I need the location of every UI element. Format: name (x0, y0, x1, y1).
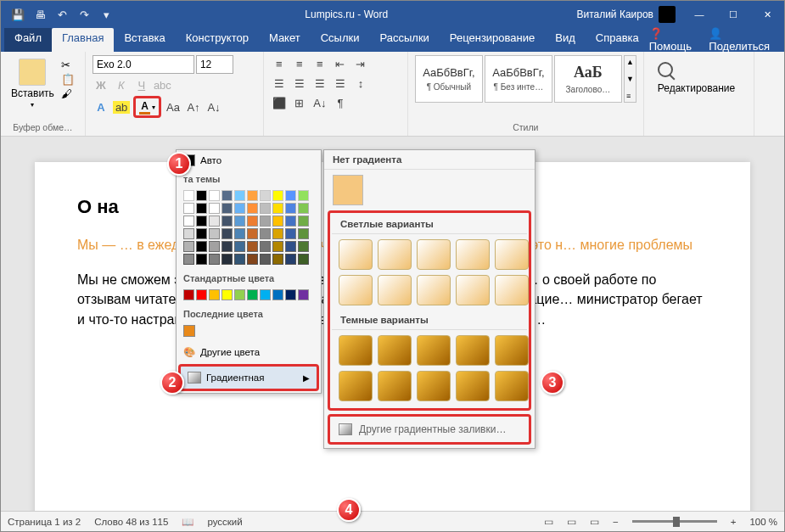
gradient-tile[interactable] (378, 275, 412, 305)
tab-references[interactable]: Ссылки (311, 28, 370, 52)
theme-color-swatch[interactable] (221, 228, 233, 239)
close-icon[interactable]: ✕ (750, 1, 784, 28)
font-color-button[interactable]: A ▾ (133, 96, 161, 118)
theme-color-swatch[interactable] (221, 203, 233, 214)
standard-color-swatch[interactable] (234, 289, 245, 300)
theme-color-swatch[interactable] (234, 228, 245, 239)
theme-color-swatch[interactable] (285, 254, 296, 265)
tab-mailings[interactable]: Рассылки (369, 28, 439, 52)
theme-color-swatch[interactable] (234, 216, 245, 227)
gradient-tile[interactable] (378, 239, 412, 270)
gradient-tile[interactable] (456, 371, 490, 401)
theme-color-swatch[interactable] (285, 203, 296, 214)
gradient-tile[interactable] (378, 371, 412, 401)
standard-color-swatch[interactable] (298, 289, 309, 300)
tab-design[interactable]: Конструктор (176, 28, 259, 52)
standard-color-swatch[interactable] (221, 289, 233, 300)
font-name-combo[interactable] (93, 55, 194, 74)
maximize-icon[interactable]: ☐ (716, 1, 750, 28)
standard-color-swatch[interactable] (247, 289, 258, 300)
sort-button[interactable]: A↓ (311, 94, 328, 111)
theme-color-swatch[interactable] (298, 254, 309, 265)
theme-color-swatch[interactable] (183, 254, 194, 265)
theme-color-swatch[interactable] (272, 241, 283, 252)
bullets-button[interactable]: ≡ (271, 55, 288, 72)
gradient-tile[interactable] (339, 371, 373, 401)
bold-button[interactable]: Ж (93, 76, 109, 93)
theme-color-swatch[interactable] (260, 228, 271, 239)
theme-color-swatch[interactable] (298, 216, 309, 227)
increase-indent-button[interactable]: ⇥ (352, 55, 369, 72)
highlight-button[interactable]: ab (113, 98, 130, 115)
theme-color-swatch[interactable] (298, 228, 309, 239)
style-normal[interactable]: АаБбВвГг, ¶ Обычный (415, 55, 483, 103)
theme-color-swatch[interactable] (183, 203, 194, 214)
standard-color-swatch[interactable] (260, 289, 271, 300)
theme-color-swatch[interactable] (260, 203, 271, 214)
zoom-in-button[interactable]: + (731, 517, 737, 527)
theme-color-swatch[interactable] (247, 254, 258, 265)
theme-color-swatch[interactable] (285, 216, 296, 227)
theme-color-swatch[interactable] (183, 190, 194, 201)
theme-color-swatch[interactable] (285, 241, 296, 252)
style-heading[interactable]: АаБ Заголово… (554, 55, 622, 103)
view-web-icon[interactable]: ▭ (590, 516, 599, 528)
theme-color-swatch[interactable] (272, 203, 283, 214)
help-button[interactable]: ❓ Помощь (649, 27, 699, 53)
gradient-tile[interactable] (495, 239, 529, 270)
gradient-tile[interactable] (456, 335, 490, 366)
redo-icon[interactable]: ↷ (74, 4, 94, 25)
theme-color-swatch[interactable] (272, 216, 283, 227)
align-center-button[interactable]: ☰ (291, 75, 308, 92)
copy-icon[interactable]: 📋 (61, 73, 75, 86)
view-readmode-icon[interactable]: ▭ (544, 516, 553, 528)
theme-color-swatch[interactable] (272, 228, 283, 239)
language-status[interactable]: русский (207, 517, 242, 527)
tab-home[interactable]: Главная (52, 28, 114, 52)
numbering-button[interactable]: ≡ (291, 55, 308, 72)
theme-color-swatch[interactable] (272, 254, 283, 265)
theme-color-swatch[interactable] (234, 254, 245, 265)
auto-color-item[interactable]: Авто (177, 150, 321, 171)
shading-button[interactable]: ⬛ (271, 94, 288, 111)
theme-color-swatch[interactable] (196, 254, 207, 265)
print-icon[interactable]: 🖶 (30, 4, 50, 25)
theme-color-swatch[interactable] (247, 228, 258, 239)
font-size-combo[interactable] (196, 55, 233, 74)
theme-color-swatch[interactable] (247, 190, 258, 201)
theme-color-swatch[interactable] (272, 190, 283, 201)
theme-color-swatch[interactable] (183, 216, 194, 227)
page-status[interactable]: Страница 1 из 2 (8, 517, 81, 527)
text-effects-button[interactable]: A (93, 98, 109, 115)
theme-color-swatch[interactable] (183, 241, 194, 252)
theme-color-swatch[interactable] (196, 216, 207, 227)
minimize-icon[interactable]: — (682, 1, 716, 28)
share-button[interactable]: 👤 Поделиться (709, 27, 774, 53)
theme-color-swatch[interactable] (221, 216, 233, 227)
styles-up-icon[interactable]: ▲ (626, 58, 634, 66)
style-no-spacing[interactable]: АаБбВвГг, ¶ Без инте… (485, 55, 552, 103)
theme-color-swatch[interactable] (209, 216, 220, 227)
save-icon[interactable]: 💾 (8, 4, 28, 25)
standard-color-swatch[interactable] (196, 289, 207, 300)
qat-dropdown-icon[interactable]: ▾ (96, 4, 116, 25)
theme-color-swatch[interactable] (209, 203, 220, 214)
gradient-tile[interactable] (339, 275, 373, 305)
strikethrough-button[interactable]: abc (154, 76, 171, 93)
align-right-button[interactable]: ☰ (311, 75, 328, 92)
theme-color-swatch[interactable] (221, 254, 233, 265)
gradient-tile[interactable] (495, 371, 529, 401)
shrink-font-button[interactable]: A↓ (205, 98, 222, 115)
spellcheck-icon[interactable]: 📖 (182, 516, 193, 528)
theme-color-swatch[interactable] (221, 190, 233, 201)
styles-more-icon[interactable]: ≡ (626, 92, 634, 100)
zoom-level[interactable]: 100 % (749, 517, 777, 527)
italic-button[interactable]: К (113, 76, 130, 93)
cut-icon[interactable]: ✂ (61, 59, 75, 71)
gradient-tile[interactable] (456, 239, 490, 270)
theme-color-swatch[interactable] (209, 228, 220, 239)
gradient-tile[interactable] (417, 335, 451, 366)
zoom-slider[interactable] (632, 520, 717, 523)
more-gradients-item[interactable]: Другие градиентные заливки… (328, 414, 531, 445)
underline-button[interactable]: Ч (133, 76, 150, 93)
